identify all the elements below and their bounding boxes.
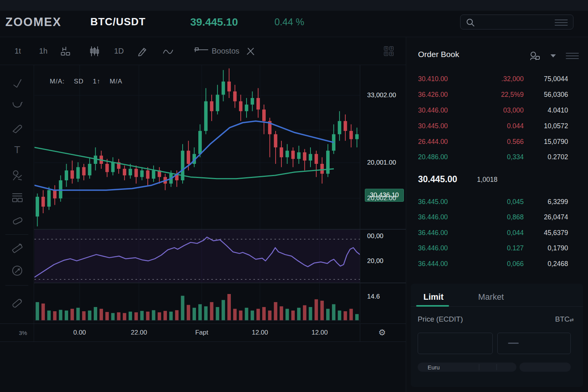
trade-form: Limit Market Price (ECDIT) BTC⇄ Euru bbox=[411, 284, 583, 387]
tab-limit[interactable]: Limit bbox=[423, 292, 444, 302]
last-price: 39.445.10 bbox=[190, 16, 238, 28]
chart-legend: M/A: SD 1↑ M/A bbox=[50, 78, 122, 85]
bid-row[interactable]: 36.446.00 0,868 26,0474 bbox=[406, 209, 588, 225]
annotate-tool-icon[interactable] bbox=[11, 297, 24, 310]
timeframe-1h-button[interactable]: 1h bbox=[39, 37, 47, 65]
bid-amount: 0,066 bbox=[507, 260, 524, 268]
bid-row[interactable]: 36.446.00 0,044 45,6379 bbox=[406, 225, 588, 240]
price-tick: 20,002.00 bbox=[367, 194, 396, 202]
app-logo: ZOOMEX bbox=[5, 15, 61, 29]
tab-market[interactable]: Market bbox=[478, 292, 504, 302]
volume-panel[interactable] bbox=[34, 283, 360, 323]
ask-amount: 03,000 bbox=[503, 106, 524, 114]
time-tick: 22.00 bbox=[131, 329, 147, 336]
chart-toolbar: 1t 1h 1D Boostos 9 9 0 9 bbox=[0, 37, 406, 65]
search-icon bbox=[466, 18, 475, 27]
search-menu-icon[interactable] bbox=[555, 19, 568, 26]
last-traded-price: 30.445.00 bbox=[418, 174, 457, 185]
ask-total: 10,0572 bbox=[544, 122, 568, 130]
transfer-icon[interactable]: ⇄ bbox=[570, 317, 574, 323]
timeframe-1t-button[interactable]: 1t bbox=[15, 37, 21, 65]
emoji-tool-icon[interactable] bbox=[11, 169, 24, 182]
price-tick: 20,001.00 bbox=[367, 159, 396, 167]
ask-price: 30.445.00 bbox=[418, 122, 448, 130]
leverage-slider[interactable]: Euru bbox=[418, 363, 516, 372]
rsi-line-chart bbox=[34, 230, 360, 283]
unit-text: BTC bbox=[555, 315, 570, 323]
bid-row[interactable]: 36.444.00 0,066 0,2468 bbox=[406, 256, 588, 271]
ask-amount: 0.566 bbox=[507, 138, 524, 146]
pattern-tool-icon[interactable] bbox=[11, 191, 24, 204]
bottom-bar: y1 k A nf Buy Sell bbox=[0, 342, 406, 392]
text-tool-icon[interactable]: T bbox=[11, 144, 24, 157]
ask-row[interactable]: 20.486.00 0,334 0.2702 bbox=[406, 149, 588, 165]
volume-axis[interactable]: 14.6 bbox=[360, 283, 406, 323]
order-book-title: Order Book bbox=[418, 50, 459, 59]
shape-tool-icon[interactable] bbox=[11, 122, 24, 135]
ask-row[interactable]: 36.426.00 22,5%9 56,0306 bbox=[406, 87, 588, 102]
cursor-tool-icon[interactable] bbox=[11, 77, 24, 90]
bid-price: 36.446.00 bbox=[418, 229, 448, 237]
bid-amount: 0,045 bbox=[507, 198, 524, 206]
bid-amount: 0,044 bbox=[507, 229, 524, 237]
active-tab-underline bbox=[416, 305, 449, 307]
ask-price: 30.410.00 bbox=[418, 75, 448, 83]
last-traded-amount: 1,0018 bbox=[477, 176, 498, 184]
search-input[interactable] bbox=[477, 16, 550, 28]
indicators-button[interactable]: Boostos bbox=[212, 37, 239, 65]
ask-row[interactable]: 30.446.00 03,000 4.0410 bbox=[406, 103, 588, 118]
order-book-panel: Order Book 30.410.00 .32,000 75,0044 36.… bbox=[406, 37, 588, 392]
secondary-pill-button[interactable] bbox=[519, 363, 571, 372]
curve-tool-icon[interactable] bbox=[11, 100, 24, 113]
timeframe-1d-button[interactable]: 1D bbox=[114, 37, 124, 65]
ask-row[interactable]: 30.445.00 0.044 10,0572 bbox=[406, 118, 588, 134]
bid-row[interactable]: 36.446.00 0.127 0,1790 bbox=[406, 240, 588, 256]
compass-tool-icon[interactable] bbox=[11, 264, 24, 277]
bid-total: 6,3299 bbox=[547, 198, 568, 206]
grid-char: 0 bbox=[384, 52, 388, 56]
price-axis[interactable]: 33,002.00 30,436.10 20,001.00 20,002.00 bbox=[360, 65, 406, 230]
indicator-wave-icon[interactable] bbox=[162, 37, 174, 65]
candle-style-icon[interactable] bbox=[89, 37, 100, 65]
ask-total: 0.2702 bbox=[547, 153, 568, 161]
order-book-menu-icon[interactable] bbox=[566, 52, 579, 60]
layout-grid-icon[interactable]: 9 9 0 9 bbox=[384, 37, 394, 65]
ask-total: 4.0410 bbox=[547, 106, 568, 114]
indicator-axis[interactable]: 00,00 20,00 bbox=[360, 230, 406, 283]
eraser-tool-icon[interactable] bbox=[11, 214, 24, 227]
indicator-panel[interactable] bbox=[34, 230, 360, 283]
flag-line-icon[interactable] bbox=[193, 37, 209, 65]
bid-total: 45,6379 bbox=[544, 229, 568, 237]
indicator-tick: 20,00 bbox=[367, 257, 384, 265]
price-input[interactable] bbox=[418, 333, 493, 354]
draw-pencil-icon[interactable] bbox=[136, 37, 148, 65]
search-box[interactable] bbox=[460, 15, 573, 29]
legend-item[interactable]: M/A bbox=[110, 78, 122, 85]
chart-canvas[interactable] bbox=[34, 65, 360, 230]
chevron-down-icon[interactable] bbox=[550, 54, 556, 57]
chart-settings-gear-icon[interactable]: ⚙ bbox=[378, 328, 386, 338]
slider-notch bbox=[497, 364, 497, 370]
time-tick: 0.00 bbox=[73, 329, 86, 336]
toolbar-divider bbox=[5, 234, 28, 235]
legend-item[interactable]: SD bbox=[74, 78, 84, 85]
ask-row[interactable]: 30.410.00 .32,000 75,0044 bbox=[406, 71, 588, 87]
price-change: 0.44 % bbox=[274, 16, 304, 28]
legend-item[interactable]: 1↑ bbox=[93, 78, 101, 85]
bid-row[interactable]: 36.445.00 0,045 6,3299 bbox=[406, 194, 588, 209]
tools-icon[interactable] bbox=[245, 37, 256, 65]
bid-total: 0,2468 bbox=[547, 260, 568, 268]
ask-price: 26.444.00 bbox=[418, 138, 448, 146]
ruler-tool-icon[interactable] bbox=[11, 242, 24, 255]
volume-bars bbox=[34, 283, 360, 323]
ask-row[interactable]: 26.444.00 0.566 15,0790 bbox=[406, 134, 588, 149]
time-axis[interactable]: 3% 0.00 22.00 Fapt 12.00 12.00 ⚙ bbox=[0, 323, 406, 342]
depth-mode-icon[interactable] bbox=[529, 51, 541, 61]
ask-total: 15,0790 bbox=[544, 138, 568, 146]
ask-total: 56,0306 bbox=[544, 91, 568, 99]
indicator-tick: 00,00 bbox=[367, 232, 384, 240]
bid-total: 26,0474 bbox=[544, 213, 568, 221]
compare-icon[interactable] bbox=[60, 37, 71, 65]
pair-selector[interactable]: BTC/USDT bbox=[90, 16, 146, 28]
ask-amount: .32,000 bbox=[501, 75, 524, 83]
